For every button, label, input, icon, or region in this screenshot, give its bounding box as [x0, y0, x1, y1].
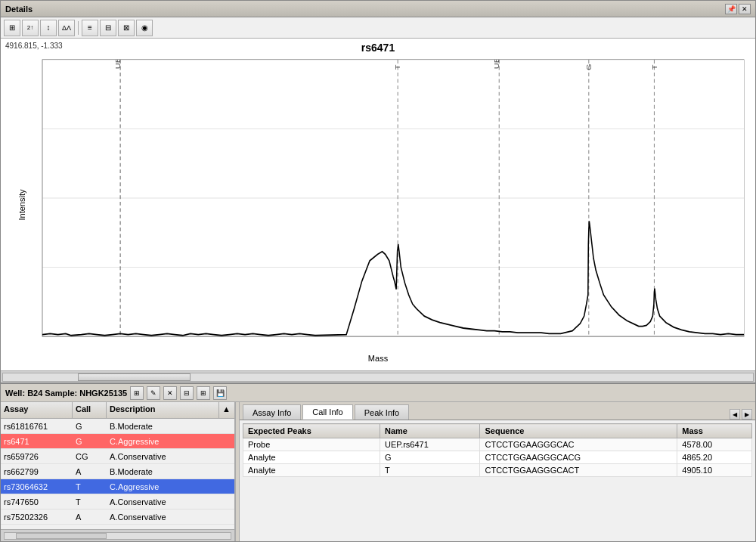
assay-table-body: rs61816761 G B.Moderate rs6471 G C.Aggre…: [1, 419, 234, 529]
svg-text:T: T: [650, 64, 658, 70]
tab-nav-left[interactable]: ◀: [730, 409, 740, 420]
svg-text:20: 20: [28, 53, 39, 65]
assay-cell: rs659726: [1, 449, 73, 463]
info-table-container: Expected Peaks Name Sequence Mass Probe …: [240, 420, 755, 541]
assay-cell: rs747650: [1, 494, 73, 509]
assay-h-scrollbar[interactable]: [4, 532, 231, 540]
table-row[interactable]: Analyte T CTCCTGGAAGGGCACT 4905.10: [243, 464, 752, 477]
well-btn-save[interactable]: 💾: [213, 386, 227, 400]
tab-assay-info[interactable]: Assay Info: [243, 404, 301, 420]
svg-text:4850: 4850: [551, 341, 570, 352]
desc-cell: C.Aggressive: [107, 479, 234, 494]
cell-mass: 4578.00: [677, 438, 752, 451]
call-cell: G: [73, 419, 107, 433]
cell-sequence: CTCCTGGAAGGGCACT: [480, 464, 677, 477]
table-row[interactable]: Analyte G CTCCTGGAAGGGCACG 4865.20: [243, 451, 752, 464]
toolbar-circle-btn[interactable]: ◉: [136, 20, 153, 36]
svg-text:G: G: [585, 63, 593, 70]
scrollbar-thumb[interactable]: [78, 373, 191, 381]
desc-cell: C.Aggressive: [107, 434, 234, 448]
assay-cell: rs6471: [1, 434, 73, 448]
table-row[interactable]: Probe UEP.rs6471 CTCCTGGAAGGGCAC 4578.00: [243, 438, 752, 451]
toolbar-minus-btn[interactable]: ⊟: [100, 20, 116, 36]
svg-text:5: 5: [33, 260, 39, 272]
tab-nav-right[interactable]: ▶: [742, 409, 752, 420]
call-cell: CG: [73, 449, 107, 463]
tabs-bar: Assay Info Call Info Peak Info ◀ ▶: [240, 402, 755, 420]
call-cell: T: [73, 494, 107, 509]
x-axis-label: Mass: [1, 354, 755, 363]
table-row[interactable]: rs662799 A B.Moderate: [1, 464, 234, 479]
well-btn-5[interactable]: ⊞: [197, 386, 210, 400]
tab-peak-info[interactable]: Peak Info: [355, 404, 409, 420]
assay-cell: rs662799: [1, 464, 73, 479]
assay-h-scrollbar-thumb[interactable]: [16, 533, 107, 539]
window-title: Details: [5, 5, 33, 14]
cell-type: Probe: [243, 438, 380, 451]
desc-cell: A.Conservative: [107, 449, 234, 463]
call-cell: G: [73, 434, 107, 448]
right-panel: Assay Info Call Info Peak Info ◀ ▶ Expec…: [240, 402, 755, 541]
toolbar-list-btn[interactable]: ≡: [82, 20, 98, 36]
well-btn-2[interactable]: ✎: [147, 386, 160, 400]
well-btn-1[interactable]: ⊞: [130, 386, 144, 400]
well-bar: Well: B24 Sample: NHGK25135 ⊞ ✎ ✕ ⊟ ⊞ 💾: [1, 384, 755, 402]
toolbar-grid-btn[interactable]: ⊞: [4, 20, 20, 36]
chart-title: rs6471: [1, 42, 755, 54]
table-row[interactable]: rs73064632 T C.Aggressive: [1, 479, 234, 494]
svg-text:4550: 4550: [62, 341, 81, 352]
toolbar-separator-1: [78, 21, 79, 35]
assay-cell: rs73064632: [1, 479, 73, 494]
close-button[interactable]: ✕: [739, 4, 751, 14]
toolbar-2up-btn[interactable]: 2↑: [22, 20, 39, 36]
table-row[interactable]: rs61816761 G B.Moderate: [1, 419, 234, 434]
table-row[interactable]: rs6471 G C.Aggressive: [1, 434, 234, 449]
col-name: Name: [380, 424, 480, 438]
cell-sequence: CTCCTGGAAGGGCAC: [480, 438, 677, 451]
scrollbar-track[interactable]: [2, 373, 754, 382]
svg-text:4750: 4750: [389, 341, 407, 352]
toolbar-x-btn[interactable]: ⊠: [118, 20, 135, 36]
chart-scrollbar[interactable]: [1, 370, 755, 382]
call-col-header: Call: [73, 402, 107, 418]
main-toolbar: ⊞ 2↑ ↕ ΔΛ ≡ ⊟ ⊠ ◉: [1, 17, 755, 39]
table-row[interactable]: rs747650 T A.Conservative: [1, 494, 234, 509]
call-info-table: Expected Peaks Name Sequence Mass Probe …: [243, 423, 752, 477]
title-bar: Details 📌 ✕: [1, 1, 755, 17]
cell-type: Analyte: [243, 451, 380, 464]
pin-button[interactable]: 📌: [725, 4, 737, 14]
call-cell: A: [73, 464, 107, 479]
assay-table: Assay Call Description ▲ rs61816761 G B.…: [1, 402, 235, 541]
cell-mass: 4905.10: [677, 464, 752, 477]
assay-table-header: Assay Call Description ▲: [1, 402, 234, 419]
call-cell: T: [73, 479, 107, 494]
y-axis-label: Intensity: [17, 189, 26, 220]
title-bar-controls: 📌 ✕: [725, 4, 751, 14]
cell-type: Analyte: [243, 464, 380, 477]
col-expected-peaks: Expected Peaks: [243, 424, 380, 438]
tab-call-info[interactable]: Call Info: [302, 404, 352, 420]
desc-cell: A.Conservative: [107, 494, 234, 509]
cell-name: UEP.rs6471: [380, 438, 480, 451]
bottom-content: Assay Call Description ▲ rs61816761 G B.…: [1, 402, 755, 541]
main-window: Details 📌 ✕ ⊞ 2↑ ↕ ΔΛ ≡ ⊟ ⊠ ◉ 4916.815, …: [0, 0, 756, 542]
table-row[interactable]: rs75202326 A A.Conservative: [1, 509, 234, 525]
well-btn-3[interactable]: ✕: [163, 386, 177, 400]
description-col-header: Description: [107, 402, 219, 418]
svg-text:4800: 4800: [470, 341, 489, 352]
assay-table-scroll[interactable]: [1, 529, 234, 541]
cell-sequence: CTCCTGGAAGGGCACG: [480, 451, 677, 464]
chart-svg: 0 5 10 15 20 4550 4600 4650 4700 4750 48…: [42, 60, 744, 336]
well-btn-4[interactable]: ⊟: [180, 386, 194, 400]
col-mass: Mass: [677, 424, 752, 438]
assay-col-header: Assay: [1, 402, 73, 418]
svg-text:4600: 4600: [144, 341, 163, 352]
svg-text:10: 10: [28, 191, 39, 203]
toolbar-peaks-btn[interactable]: ΔΛ: [58, 20, 75, 36]
svg-text:4650: 4650: [225, 341, 244, 352]
svg-text:0: 0: [33, 330, 39, 342]
table-row[interactable]: rs659726 CG A.Conservative: [1, 449, 234, 464]
tab-nav: ◀ ▶: [730, 409, 755, 420]
toolbar-auto-btn[interactable]: ↕: [40, 20, 57, 36]
svg-text:4900: 4900: [633, 341, 652, 352]
